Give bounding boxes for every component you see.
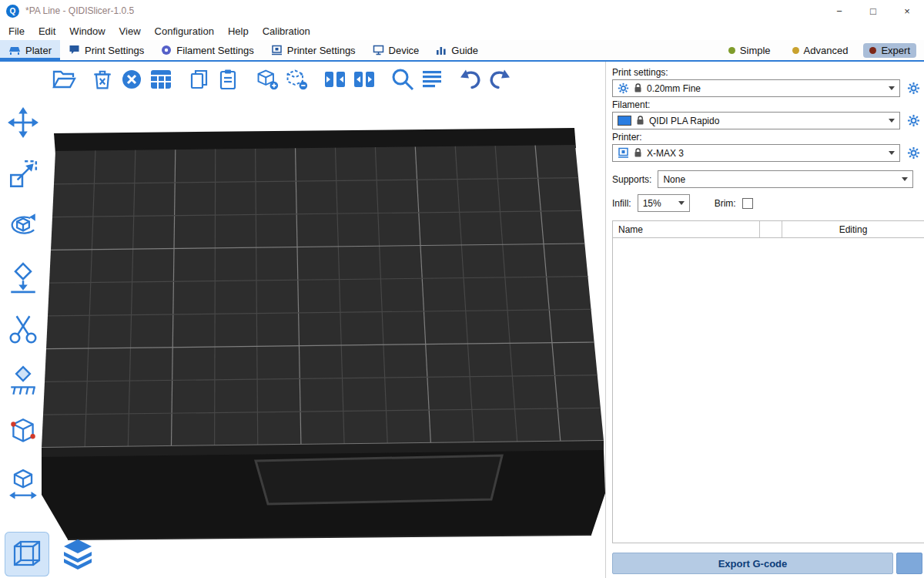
printer-gear-button[interactable] (906, 146, 921, 161)
tab-filament-settings[interactable]: Filament Settings (152, 40, 262, 60)
menu-item-file[interactable]: File (2, 24, 32, 39)
brim-checkbox[interactable] (742, 198, 753, 209)
tab-device-label: Device (389, 45, 420, 56)
move-button[interactable] (3, 103, 43, 142)
printer-settings-icon (271, 45, 283, 55)
redo-button[interactable] (485, 65, 514, 94)
printer-icon (618, 147, 629, 159)
filament-gear-button[interactable] (906, 113, 921, 129)
infill-value: 15% (643, 198, 674, 209)
tab-plater-label: Plater (25, 45, 52, 56)
menu-item-configuration[interactable]: Configuration (148, 24, 221, 39)
export-gcode-button[interactable]: Export G-code (612, 553, 893, 574)
printer-value: X-MAX 3 (647, 148, 884, 159)
title-bar: Q *PA Line - QIDISlicer-1.0.5 − □ × (0, 0, 924, 22)
open-project-button[interactable] (49, 65, 79, 94)
maximize-button[interactable]: □ (856, 0, 890, 22)
printer-label: Printer: (612, 132, 924, 143)
remove-instance-button[interactable] (282, 65, 311, 94)
tab-print-settings[interactable]: Print Settings (60, 40, 152, 60)
supports-label: Supports: (612, 174, 651, 185)
cut-icon (7, 313, 39, 345)
filament-combo[interactable]: QIDI PLA Rapido (612, 112, 900, 129)
menu-item-edit[interactable]: Edit (32, 24, 62, 39)
split-objects-icon (323, 69, 346, 90)
printer-combo[interactable]: X-MAX 3 (612, 144, 900, 162)
tab-guide-label: Guide (451, 45, 478, 56)
tab-bar: Plater Print Settings Filament Settings … (0, 40, 924, 62)
mode-simple-label: Simple (740, 45, 771, 56)
split-objects-button[interactable] (320, 65, 350, 94)
minimize-button[interactable]: − (822, 0, 856, 22)
infill-label: Infill: (612, 198, 631, 209)
export-options-button[interactable] (896, 553, 922, 574)
paste-button[interactable] (214, 65, 243, 94)
guide-icon (436, 45, 447, 55)
tab-print-settings-label: Print Settings (85, 45, 144, 56)
delete-button[interactable] (88, 65, 117, 94)
editor-view-button[interactable] (5, 532, 49, 576)
tab-device[interactable]: Device (364, 40, 428, 60)
print-settings-value: 0.20mm Fine (647, 83, 884, 94)
paint-supports-button[interactable] (3, 361, 43, 400)
trash-icon (92, 69, 112, 90)
mirror-icon (7, 468, 39, 500)
open-folder-icon (52, 69, 76, 90)
copy-button[interactable] (185, 65, 214, 94)
layer-height-icon (421, 69, 443, 89)
chevron-down-icon (889, 86, 895, 90)
filament-label: Filament: (612, 99, 924, 110)
chevron-down-icon (889, 119, 895, 123)
print-settings-combo[interactable]: 0.20mm Fine (612, 79, 900, 97)
place-on-face-button[interactable] (3, 258, 43, 297)
close-button[interactable]: × (890, 0, 924, 22)
gear-icon (907, 114, 920, 127)
rotate-button[interactable] (3, 207, 43, 245)
preview-button[interactable] (55, 532, 100, 576)
scale-button[interactable] (3, 155, 43, 193)
tab-filament-settings-label: Filament Settings (176, 45, 253, 56)
window-controls: − □ × (822, 0, 924, 22)
split-parts-button[interactable] (350, 65, 379, 94)
undo-button[interactable] (456, 65, 485, 94)
delete-all-button[interactable] (117, 65, 146, 94)
cut-button[interactable] (3, 310, 43, 348)
object-list-column-name[interactable]: Name (613, 221, 760, 237)
viewport-3d[interactable] (0, 62, 605, 578)
menu-item-calibration[interactable]: Calibration (256, 24, 317, 39)
search-icon (390, 67, 415, 92)
tab-guide[interactable]: Guide (427, 40, 487, 60)
tab-printer-settings[interactable]: Printer Settings (263, 40, 364, 60)
chevron-down-icon (902, 177, 908, 181)
print-settings-gear-button[interactable] (906, 81, 921, 96)
add-instance-button[interactable] (253, 65, 282, 94)
menu-item-window[interactable]: Window (62, 24, 112, 39)
search-button[interactable] (388, 65, 417, 94)
build-plate[interactable] (0, 62, 605, 578)
mirror-button[interactable] (3, 465, 43, 503)
filament-value: QIDI PLA Rapido (649, 116, 884, 126)
print-settings-label: Print settings: (612, 67, 924, 78)
supports-value: None (663, 174, 897, 185)
tab-printer-settings-label: Printer Settings (287, 45, 356, 56)
place-on-face-icon (7, 261, 39, 294)
infill-combo[interactable]: 15% (638, 194, 690, 212)
chevron-down-icon (678, 201, 685, 205)
mode-expert[interactable]: Expert (863, 43, 916, 58)
lock-icon (634, 148, 642, 158)
lock-icon (636, 116, 644, 126)
tab-plater[interactable]: Plater (0, 40, 60, 60)
mode-simple[interactable]: Simple (722, 43, 777, 58)
rotate-icon (7, 210, 39, 242)
variable-layer-height-button[interactable] (417, 65, 447, 94)
measure-button[interactable] (3, 413, 43, 452)
menu-item-help[interactable]: Help (221, 24, 256, 39)
object-list-column-editing[interactable]: Editing (782, 221, 924, 237)
object-list[interactable] (612, 238, 924, 543)
mode-advanced[interactable]: Advanced (786, 43, 855, 58)
supports-combo[interactable]: None (658, 170, 913, 188)
arrange-button[interactable] (146, 65, 176, 94)
mode-switcher: Simple Advanced Expert (722, 40, 924, 60)
menu-item-view[interactable]: View (112, 24, 148, 39)
filament-color-swatch (618, 116, 631, 126)
